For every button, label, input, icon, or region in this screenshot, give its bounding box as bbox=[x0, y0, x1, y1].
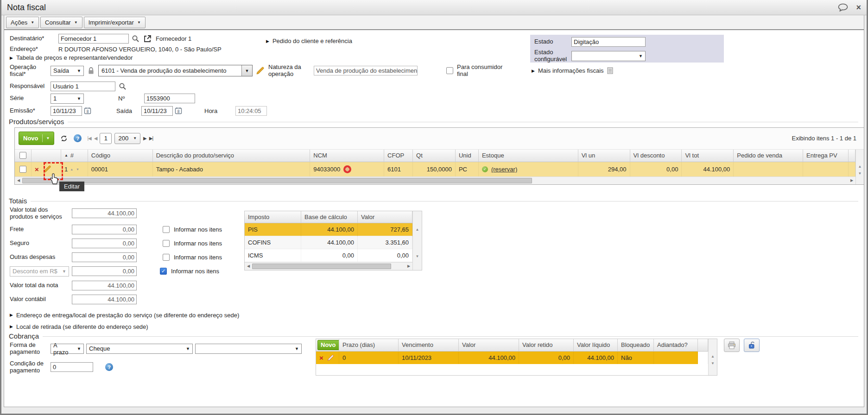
toggle-local-retirada[interactable]: ▶ Local de retirada (se diferente do end… bbox=[10, 323, 864, 330]
col-vl-desconto-header[interactable]: Vl desconto bbox=[630, 150, 682, 162]
col-pedido-venda-header[interactable]: Pedido de venda bbox=[734, 150, 803, 162]
reservar-link[interactable]: (reservar) bbox=[491, 166, 517, 173]
search-icon[interactable] bbox=[132, 35, 139, 43]
scroll-down-icon[interactable]: ▼ bbox=[414, 253, 421, 260]
move-down-icon[interactable]: ▼ bbox=[76, 168, 80, 171]
informar-outras-checkbox[interactable] bbox=[163, 254, 170, 261]
responsavel-field[interactable]: Usuário 1 bbox=[51, 82, 115, 91]
saida-field[interactable]: 10/11/23 bbox=[141, 106, 173, 116]
col-vl-tot-header[interactable]: Vl tot bbox=[682, 150, 734, 162]
valor-cell: 44.100,00 bbox=[459, 352, 519, 364]
col-valor-header: Valor bbox=[459, 339, 519, 352]
search-icon[interactable] bbox=[119, 82, 127, 90]
help-icon[interactable]: ? bbox=[105, 363, 113, 371]
operacao-fiscal-label: Operação fiscal* bbox=[10, 64, 51, 78]
close-icon[interactable]: × bbox=[856, 3, 861, 12]
calendar-icon[interactable]: 8 bbox=[175, 107, 182, 114]
informar-seguro-checkbox[interactable] bbox=[163, 240, 170, 247]
col-unid-header[interactable]: Unid bbox=[456, 150, 479, 162]
informar-desconto-checkbox[interactable]: ✓ bbox=[160, 268, 167, 275]
novo-parcela-button[interactable]: Novo bbox=[317, 340, 339, 350]
page-size-select[interactable]: 200 ▼ bbox=[114, 133, 140, 144]
page-number-field[interactable]: 1 bbox=[100, 133, 112, 144]
col-codigo-header[interactable]: Código bbox=[88, 150, 153, 162]
row-checkbox[interactable] bbox=[19, 166, 26, 173]
scroll-down-icon[interactable]: ▼ bbox=[856, 170, 863, 177]
cobranca-vscrollbar[interactable]: ▲ ▼ bbox=[708, 339, 717, 375]
desconto-tipo-select[interactable]: Desconto em R$ ▼ bbox=[10, 266, 69, 277]
calendar-icon[interactable]: 8 bbox=[84, 107, 91, 114]
prev-page-icon[interactable]: ◀ bbox=[94, 136, 97, 141]
menu-imprimir-exportar[interactable]: Imprimir/exportar ▼ bbox=[84, 17, 146, 28]
delete-parcela-icon[interactable]: × bbox=[319, 354, 323, 361]
frete-field[interactable]: 0,00 bbox=[72, 225, 137, 234]
scroll-up-icon[interactable]: ▲ bbox=[856, 163, 863, 170]
numero-field[interactable]: 1553900 bbox=[144, 94, 195, 103]
informar-frete-checkbox[interactable] bbox=[163, 226, 170, 233]
forma-tipo-select[interactable]: A prazo ▼ bbox=[51, 344, 84, 354]
select-all-checkbox[interactable] bbox=[19, 152, 26, 159]
scroll-up-icon[interactable]: ▲ bbox=[710, 353, 716, 360]
impostos-hscrollbar[interactable]: ◀ ▶ bbox=[245, 262, 412, 270]
next-page-icon[interactable]: ▶ bbox=[143, 136, 146, 141]
external-link-icon[interactable] bbox=[143, 35, 152, 43]
edit-pencil-icon[interactable] bbox=[256, 66, 265, 75]
col-num-header[interactable]: ▲# bbox=[61, 150, 88, 162]
emissao-field[interactable]: 10/11/23 bbox=[51, 106, 82, 116]
col-cfop-header[interactable]: CFOP bbox=[384, 150, 413, 162]
scroll-left-icon[interactable]: ◀ bbox=[15, 178, 22, 182]
estado-configuravel-select[interactable]: ▼ bbox=[571, 51, 646, 61]
col-descricao-header[interactable]: Descrição do produto/serviço bbox=[153, 150, 310, 162]
cfop-combobox[interactable]: 6101 - Venda de produção do estabelecime… bbox=[98, 65, 253, 76]
impostos-vscrollbar[interactable]: ▲ ▼ bbox=[412, 211, 422, 270]
refresh-icon[interactable] bbox=[58, 132, 70, 145]
condicao-field[interactable]: 0 bbox=[51, 362, 93, 372]
hscroll-thumb[interactable] bbox=[252, 264, 391, 269]
comment-bubble-icon[interactable] bbox=[837, 3, 849, 12]
consumidor-final-checkbox[interactable] bbox=[446, 67, 453, 74]
print-button[interactable] bbox=[724, 339, 740, 352]
novo-button[interactable]: Novo ▼ bbox=[19, 132, 54, 145]
scroll-right-icon[interactable]: ▶ bbox=[848, 178, 855, 182]
scroll-down-icon[interactable]: ▼ bbox=[710, 360, 716, 367]
hscroll-thumb[interactable] bbox=[22, 178, 532, 183]
destinatario-link[interactable]: Fornecedor 1 bbox=[156, 35, 191, 42]
destinatario-field[interactable]: Fornecedor 1 bbox=[58, 34, 129, 44]
delete-row-icon[interactable]: × bbox=[35, 166, 39, 173]
outras-despesas-field[interactable]: 0,00 bbox=[72, 252, 137, 262]
help-icon[interactable]: ? bbox=[74, 134, 82, 142]
forma-extra-select[interactable]: ▼ bbox=[195, 344, 302, 354]
col-vl-un-header[interactable]: Vl un bbox=[578, 150, 630, 162]
col-estoque-header[interactable]: Estoque bbox=[479, 150, 578, 162]
first-page-icon[interactable]: |◀ bbox=[87, 136, 91, 141]
scroll-up-icon[interactable]: ▲ bbox=[414, 226, 421, 233]
toggle-mais-info-fiscais[interactable]: ▶ Mais informações fiscais bbox=[532, 67, 613, 74]
valor-contabil-field[interactable]: 44.100,00 bbox=[72, 295, 137, 304]
produtos-hscrollbar[interactable]: ◀ ▶ bbox=[15, 176, 855, 184]
serie-select[interactable]: 1 ▼ bbox=[51, 94, 84, 104]
toggle-tabela-precos[interactable]: ▶ Tabela de preços e representante/vende… bbox=[10, 54, 864, 61]
seguro-field[interactable]: 0,00 bbox=[72, 239, 137, 248]
estado-field[interactable]: Digitação bbox=[571, 37, 646, 47]
unlock-button[interactable] bbox=[744, 339, 760, 352]
desconto-field[interactable]: 0,00 bbox=[72, 266, 137, 276]
col-qt-header[interactable]: Qt bbox=[413, 150, 456, 162]
scroll-left-icon[interactable]: ◀ bbox=[245, 264, 252, 268]
toggle-endereco-entrega[interactable]: ▶ Endereço de entrega/local de prestação… bbox=[10, 312, 864, 319]
ncm-alert-icon[interactable] bbox=[343, 165, 351, 173]
last-page-icon[interactable]: ▶| bbox=[149, 136, 153, 141]
col-ncm-header[interactable]: NCM bbox=[310, 150, 384, 162]
valor-nota-field[interactable]: 44.100,00 bbox=[72, 281, 137, 290]
col-entrega-pv-header[interactable]: Entrega PV bbox=[803, 150, 849, 162]
scroll-right-icon[interactable]: ▶ bbox=[405, 264, 412, 268]
edit-parcela-icon[interactable] bbox=[327, 354, 334, 361]
operacao-tipo-select[interactable]: Saída ▼ bbox=[51, 66, 84, 76]
toggle-pedido-cliente[interactable]: ▶ Pedido do cliente e referência bbox=[266, 38, 352, 44]
menu-acoes[interactable]: Ações ▼ bbox=[6, 17, 39, 28]
forma-meio-select[interactable]: Cheque ▼ bbox=[86, 344, 193, 354]
natureza-field[interactable]: Venda de produção do estabelecimento bbox=[314, 66, 418, 75]
valor-produtos-field[interactable]: 44.100,00 bbox=[72, 208, 137, 218]
menu-consultar[interactable]: Consultar ▼ bbox=[40, 17, 82, 28]
move-up-icon[interactable]: ▲ bbox=[70, 168, 74, 171]
produtos-vscrollbar[interactable]: ▲ ▼ bbox=[855, 150, 864, 184]
